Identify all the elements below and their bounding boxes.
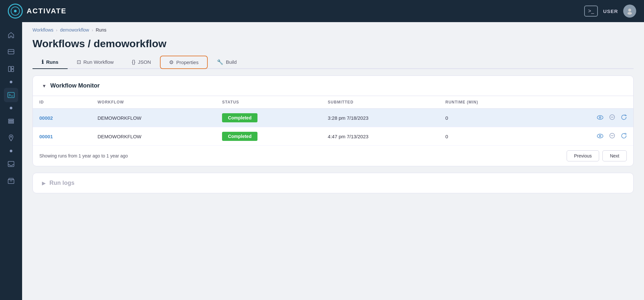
svg-rect-13 [9, 178, 13, 180]
svg-rect-4 [11, 66, 14, 69]
svg-point-10 [10, 136, 12, 137]
svg-rect-12 [8, 180, 14, 184]
cancel-icon[interactable] [609, 133, 615, 140]
table-row: 00002 DEMOWORKFLOW Completed 3:28 pm 7/1… [33, 109, 633, 127]
tab-runs[interactable]: ℹ Runs [33, 56, 68, 69]
brand-area: ACTIVATE [8, 4, 67, 19]
user-label: USER [603, 8, 618, 14]
svg-point-14 [597, 116, 603, 119]
table-footer: Showing runs from 1 year ago to 1 year a… [33, 146, 633, 166]
run-logs-header[interactable]: ▶ Run logs [33, 173, 633, 193]
svg-rect-6 [8, 92, 14, 98]
main-content: Workflows › demoworkflow › Runs Workflow… [22, 22, 644, 300]
row-id[interactable]: 00002 [33, 109, 91, 127]
sidebar-dot-2 [10, 107, 12, 109]
svg-rect-9 [8, 122, 14, 123]
sidebar-item-location[interactable] [4, 131, 18, 145]
next-button[interactable]: Next [602, 150, 627, 161]
svg-rect-5 [11, 69, 14, 72]
workflow-monitor-header[interactable]: ▼ Workflow Monitor [33, 76, 633, 96]
page-title: Workflows / demoworkflow [33, 38, 634, 50]
tab-build[interactable]: 🔧 Build [208, 56, 246, 69]
tab-json[interactable]: {} JSON [123, 56, 160, 69]
chevron-down-icon: ▼ [42, 83, 46, 89]
showing-runs-text: Showing runs from 1 year ago to 1 year a… [39, 153, 128, 158]
row-runtime: 0 [439, 127, 539, 146]
svg-rect-3 [8, 66, 11, 72]
svg-point-18 [597, 134, 603, 138]
svg-point-1 [627, 12, 632, 15]
logo-icon [8, 4, 23, 19]
run-logs-card: ▶ Run logs [33, 173, 634, 193]
sidebar-item-terminal[interactable] [4, 88, 18, 102]
json-icon: {} [132, 59, 136, 65]
row-submitted: 3:28 pm 7/18/2023 [321, 109, 439, 127]
pagination-controls: Previous Next [567, 150, 627, 161]
svg-point-0 [628, 9, 631, 12]
col-status: STATUS [216, 96, 321, 109]
terminal-button[interactable]: >_ [584, 6, 598, 17]
chevron-right-icon: ▶ [42, 181, 46, 186]
tab-bar: ℹ Runs ⊡ Run Workflow {} JSON ⚙ Properti… [33, 56, 634, 69]
col-workflow: WORKFLOW [91, 96, 216, 109]
breadcrumb: Workflows › demoworkflow › Runs [33, 27, 634, 33]
run-logs-label: Run logs [49, 180, 74, 186]
row-status: Completed [216, 127, 321, 146]
svg-rect-7 [8, 119, 14, 120]
status-badge: Completed [222, 132, 257, 141]
svg-rect-8 [8, 121, 14, 122]
rerun-icon[interactable] [621, 114, 627, 122]
info-icon: ℹ [42, 59, 44, 65]
col-runtime: RUNTIME (MIN) [439, 96, 539, 109]
avatar[interactable] [623, 5, 636, 18]
workflow-monitor-card: ▼ Workflow Monitor ID WORKFLOW STATUS SU… [33, 75, 634, 166]
sidebar-item-archive[interactable] [4, 174, 18, 188]
breadcrumb-demoworkflow[interactable]: demoworkflow [60, 27, 89, 33]
sidebar-item-home[interactable] [4, 28, 18, 42]
row-actions [539, 127, 633, 146]
top-navigation: ACTIVATE >_ USER [0, 0, 644, 22]
status-badge: Completed [222, 113, 257, 122]
breadcrumb-runs: Runs [96, 27, 106, 33]
gear-icon: ⚙ [169, 59, 174, 65]
col-submitted: SUBMITTED [321, 96, 439, 109]
col-id: ID [33, 96, 91, 109]
breadcrumb-sep-1: › [56, 28, 57, 33]
row-submitted: 4:47 pm 7/13/2023 [321, 127, 439, 146]
svg-point-15 [599, 116, 601, 118]
sidebar-item-tray[interactable] [4, 157, 18, 171]
tab-properties[interactable]: ⚙ Properties [160, 56, 207, 69]
view-icon[interactable] [597, 115, 603, 121]
sidebar-item-inbox[interactable] [4, 45, 18, 59]
sidebar [0, 22, 22, 300]
cancel-icon[interactable] [609, 114, 615, 122]
workflow-table-wrap: ID WORKFLOW STATUS SUBMITTED RUNTIME (MI… [33, 96, 633, 166]
svg-rect-2 [8, 49, 14, 54]
row-workflow: DEMOWORKFLOW [91, 109, 216, 127]
sidebar-dot-1 [10, 81, 12, 83]
breadcrumb-workflows[interactable]: Workflows [33, 27, 53, 33]
main-layout: Workflows › demoworkflow › Runs Workflow… [0, 22, 644, 300]
sidebar-item-layout[interactable] [4, 62, 18, 76]
rerun-icon[interactable] [621, 133, 627, 140]
workflow-monitor-title: Workflow Monitor [50, 82, 100, 89]
breadcrumb-sep-2: › [92, 28, 93, 33]
previous-button[interactable]: Previous [567, 150, 599, 161]
workflow-table: ID WORKFLOW STATUS SUBMITTED RUNTIME (MI… [33, 96, 633, 146]
svg-point-19 [599, 135, 601, 137]
wrench-icon: 🔧 [217, 59, 223, 65]
col-actions [539, 96, 633, 109]
row-workflow: DEMOWORKFLOW [91, 127, 216, 146]
sidebar-dot-3 [10, 150, 12, 152]
row-actions [539, 109, 633, 127]
tab-run-workflow[interactable]: ⊡ Run Workflow [68, 56, 123, 69]
user-area: >_ USER [584, 5, 636, 18]
row-id[interactable]: 00001 [33, 127, 91, 146]
row-runtime: 0 [439, 109, 539, 127]
sidebar-item-list[interactable] [4, 114, 18, 128]
run-icon: ⊡ [77, 59, 81, 65]
app-title: ACTIVATE [27, 7, 67, 15]
view-icon[interactable] [597, 133, 603, 140]
table-row: 00001 DEMOWORKFLOW Completed 4:47 pm 7/1… [33, 127, 633, 146]
row-status: Completed [216, 109, 321, 127]
